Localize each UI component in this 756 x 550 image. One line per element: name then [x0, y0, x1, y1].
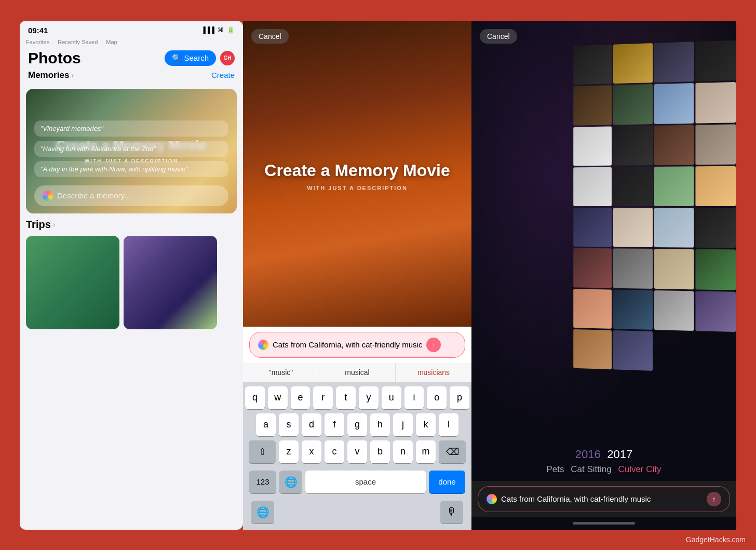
key-e[interactable]: e	[291, 386, 310, 409]
key-w[interactable]: w	[268, 386, 288, 409]
key-a[interactable]: a	[256, 413, 276, 436]
key-globe-2[interactable]: 🌐	[251, 501, 274, 524]
mosaic-cell-8	[695, 82, 736, 123]
wifi-icon: ⌘	[218, 26, 224, 34]
tab-favorites[interactable]: Favorites	[26, 39, 49, 45]
home-bar-area	[471, 517, 736, 530]
screen1-photos-app: 09:41 ▐▐▐ ⌘ 🔋 Favorites Recently Saved M…	[20, 21, 243, 530]
spacer	[274, 501, 440, 524]
search-button[interactable]: 🔍 Search	[165, 50, 216, 66]
memory-card[interactable]: Create a Memory Movie WITH JUST A DESCRI…	[26, 89, 237, 213]
key-x[interactable]: x	[302, 440, 321, 463]
describe-input-bar[interactable]: Describe a memory...	[34, 185, 228, 206]
mosaic-cell-17	[573, 207, 612, 247]
key-i[interactable]: i	[404, 386, 424, 409]
key-v[interactable]: v	[347, 440, 367, 463]
memories-row: Memories › Create	[26, 70, 237, 85]
mosaic-cell-24	[695, 249, 736, 289]
key-mic[interactable]: 🎙	[440, 501, 463, 524]
screen3-input-box[interactable]: Cats from California, with cat-friendly …	[478, 486, 730, 512]
mosaic-cell-14	[613, 166, 652, 206]
screen3-input-bar: Cats from California, with cat-friendly …	[471, 481, 736, 517]
autocomplete-musical[interactable]: musical	[319, 363, 396, 382]
status-bar-s1: 09:41 ▐▐▐ ⌘ 🔋	[20, 21, 243, 37]
key-g[interactable]: g	[347, 413, 367, 436]
screen3-bottom-area: 2016 2017 Pets Cat Sitting Culver City C…	[471, 448, 736, 530]
mosaic-cell-12	[695, 124, 736, 164]
search-icon: 🔍	[172, 53, 182, 63]
key-c[interactable]: c	[325, 440, 344, 463]
tag-cat-sitting[interactable]: Cat Sitting	[571, 464, 611, 474]
gadget-hacks-icon: GH	[220, 51, 235, 65]
autocomplete-music[interactable]: "music"	[243, 363, 319, 382]
trips-chevron: ›	[53, 220, 56, 229]
key-n[interactable]: n	[393, 440, 413, 463]
trips-label[interactable]: Trips	[26, 219, 51, 231]
mosaic-cell-30	[613, 330, 652, 370]
key-d[interactable]: d	[302, 413, 321, 436]
autocomplete-row: "music" musical musicians	[243, 363, 471, 382]
trips-thumbnails	[26, 236, 237, 329]
tag-culver-city[interactable]: Culver City	[618, 464, 661, 474]
key-f[interactable]: f	[325, 413, 344, 436]
mosaic-cell-27	[654, 290, 694, 330]
key-m[interactable]: m	[416, 440, 436, 463]
key-k[interactable]: k	[416, 413, 436, 436]
year-2016: 2016	[575, 448, 601, 461]
mosaic-cell-2	[613, 43, 652, 84]
cancel-button-s2[interactable]: Cancel	[251, 29, 289, 44]
key-h[interactable]: h	[370, 413, 390, 436]
key-done[interactable]: done	[429, 471, 465, 493]
key-globe[interactable]: 🌐	[279, 471, 302, 493]
tag-pets[interactable]: Pets	[546, 464, 564, 474]
key-t[interactable]: t	[336, 386, 356, 409]
tab-recently-saved[interactable]: Recently Saved	[58, 39, 98, 45]
key-shift[interactable]: ⇧	[249, 440, 276, 463]
key-p[interactable]: p	[450, 386, 469, 409]
keyboard-bottom-row: 🌐 🎙	[245, 498, 469, 528]
screen2-top-area: Cancel Create a Memory Movie WITH JUST A…	[243, 21, 471, 327]
siri-icon-s3	[487, 494, 497, 504]
cancel-button-s3[interactable]: Cancel	[480, 29, 517, 44]
key-delete[interactable]: ⌫	[439, 440, 466, 463]
key-q[interactable]: q	[245, 386, 265, 409]
photos-title: Photos	[28, 49, 81, 67]
mosaic-cell-29	[573, 329, 612, 369]
key-s[interactable]: s	[279, 413, 299, 436]
key-b[interactable]: b	[370, 440, 390, 463]
send-button-s2[interactable]: ↑	[426, 338, 441, 352]
home-bar	[573, 522, 635, 525]
mosaic-cell-10	[613, 125, 652, 165]
suggestion-pill-1[interactable]: "Vineyard memories"	[34, 120, 228, 137]
screen2-input-box[interactable]: Cats from California, with cat-friendly …	[249, 332, 465, 358]
create-link[interactable]: Create	[211, 71, 235, 79]
mosaic-cell-1	[573, 44, 612, 85]
suggestion-pill-2[interactable]: "Having fun with Alexandra at the Zoo"	[34, 141, 228, 157]
key-space[interactable]: space	[305, 471, 426, 493]
screen2-input-text: Cats from California, with cat-friendly …	[273, 340, 422, 349]
memories-chevron: ›	[71, 71, 74, 79]
trip-thumb-1[interactable]	[26, 236, 119, 329]
key-r[interactable]: r	[313, 386, 333, 409]
autocomplete-musicians[interactable]: musicians	[396, 363, 471, 382]
key-y[interactable]: y	[359, 386, 379, 409]
suggestion-pill-3[interactable]: "A day in the park with Nova, with uplif…	[34, 161, 228, 177]
keyboard-row-4: 123 🌐 space done	[245, 467, 469, 498]
key-l[interactable]: l	[439, 413, 458, 436]
mosaic-cell-18	[613, 207, 652, 247]
screen3-input-text: Cats from California, with cat-friendly …	[501, 494, 703, 503]
mosaic-cell-23	[654, 249, 694, 289]
key-u[interactable]: u	[382, 386, 401, 409]
key-j[interactable]: j	[393, 413, 413, 436]
key-z[interactable]: z	[279, 440, 299, 463]
send-button-s3[interactable]: ↑	[707, 492, 721, 506]
memories-label[interactable]: Memories ›	[28, 70, 74, 81]
trip-thumb-2[interactable]	[124, 236, 217, 329]
screen3-photo-mosaic: Cancel	[471, 21, 736, 530]
key-123[interactable]: 123	[249, 471, 276, 493]
year-tags: 2016 2017	[471, 448, 736, 461]
tab-map[interactable]: Map	[106, 39, 117, 45]
s1-inner-content: Create a Memory Movie WITH JUST A DESCRI…	[20, 89, 243, 329]
suggestion-pills: "Vineyard memories" "Having fun with Ale…	[34, 120, 228, 177]
key-o[interactable]: o	[427, 386, 447, 409]
